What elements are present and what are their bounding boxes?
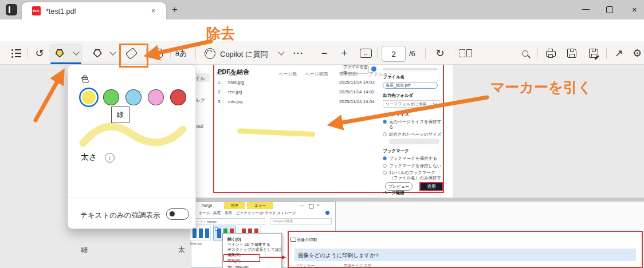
ribbon-tab: 表示 (225, 211, 232, 216)
search-document-icon[interactable] (517, 46, 532, 61)
color-swatch-pink[interactable] (148, 89, 164, 105)
cell: mix.jpg (228, 99, 242, 104)
dialog-field-label: 品質 (364, 263, 371, 268)
text-only-highlight-toggle[interactable] (166, 208, 189, 220)
cell: blue.jpg (228, 80, 244, 85)
bookmark-label: ブックマーク (383, 148, 443, 154)
address-bar-row: ← ↻ i ファイル C:/Users/ws/Desktop/test1.pdf… (0, 19, 644, 41)
highlighter-options-panel: 色 太さ i 細 太 (68, 65, 196, 229)
zoom-out-icon[interactable]: − (317, 46, 332, 61)
cell: 2025/11/14 14:02 (339, 89, 375, 94)
settings-gear-icon[interactable]: ⚙ (630, 46, 644, 61)
screenshot-gap (191, 198, 644, 202)
cell: 3 (218, 99, 220, 104)
window-close-button[interactable]: × (632, 5, 637, 14)
ribbon-tab: クラウド ストレージ (261, 211, 296, 216)
explorer-close-icon: × (317, 203, 319, 207)
pen-options-chevron-icon[interactable] (105, 46, 120, 61)
divider (377, 48, 378, 59)
annotation-eraser-highlight-box (119, 44, 148, 68)
tab-strip: PDF *test1.pdf × + — × (0, 0, 644, 19)
ribbon-tab: ホーム (199, 211, 210, 216)
table-of-contents-icon[interactable] (9, 46, 23, 61)
sidebar-fragment: ルグ (195, 97, 205, 104)
more-tools-icon[interactable]: ··· (291, 46, 306, 61)
save-icon[interactable] (564, 46, 579, 61)
active-tab[interactable]: PDF *test1.pdf × (22, 2, 166, 19)
color-swatch-green[interactable] (103, 89, 119, 105)
page-view-icon[interactable] (458, 46, 473, 61)
highlighter-options-chevron-icon[interactable] (69, 46, 84, 61)
read-aloud-icon[interactable]: aあ (174, 46, 189, 61)
color-swatch-red[interactable] (170, 89, 186, 105)
sidebar-fragment: イル (195, 75, 205, 82)
radio-option: 元のページサイズを保持する (383, 119, 443, 130)
truncated-row (383, 68, 438, 70)
new-tab-button[interactable]: + (172, 4, 178, 15)
window-minimize-button[interactable]: — (582, 5, 590, 13)
radio-option: 結合されたページのサイズ (383, 132, 443, 137)
print-icon[interactable] (543, 46, 558, 61)
divider (606, 48, 607, 59)
ribbon-tab: 共有 (213, 211, 221, 216)
apply-button: 適用 (419, 182, 443, 191)
explorer-minimize-icon: — (300, 203, 304, 207)
save-as-icon[interactable] (586, 46, 601, 61)
divider (28, 48, 28, 59)
panel-divider (68, 198, 196, 198)
cell: red.jpg (228, 89, 242, 94)
color-swatch-yellow[interactable] (81, 89, 97, 105)
text-only-highlight-label: テキストのみの強調表示 (80, 211, 160, 220)
page-total-label: /6 (409, 49, 415, 58)
explorer-search-box: mergeの検索 (270, 218, 332, 224)
dialog-question: 画像をどのように印刷しますか? (298, 252, 379, 259)
tab-title: *test1.pdf (46, 7, 76, 15)
dialog-printer-icon (290, 238, 296, 242)
disabled-input (389, 139, 439, 144)
stroke-preview-wave (77, 118, 187, 153)
copilot-ask-button[interactable]: Copilot に質問 (220, 49, 268, 60)
preview-button: プレビュー (385, 182, 413, 191)
divider (454, 48, 454, 59)
undo-icon[interactable]: ↺ (32, 46, 47, 61)
page-size-label: ページサイズ (383, 112, 443, 117)
radio-option: ブックマークを保持しない (383, 163, 443, 168)
color-swatch-blue[interactable] (125, 89, 142, 105)
dialog-title: 画像の印刷 (297, 237, 317, 243)
tab-close-icon[interactable]: × (151, 7, 155, 15)
divider (195, 48, 196, 59)
print-item-red-box (223, 254, 260, 262)
col-header: 変更時刻 (339, 71, 358, 77)
explorer-address-box: ←↑›merge (193, 218, 265, 224)
zoom-in-icon[interactable]: + (337, 46, 352, 61)
explorer-help-icon (325, 211, 329, 215)
tab-actions-icon[interactable] (6, 4, 17, 15)
cell: 1 (218, 80, 220, 85)
explorer-contextual-tab: 管理 (224, 202, 245, 209)
copilot-chevron-icon[interactable] (274, 46, 289, 61)
pen-tool-icon[interactable] (90, 46, 105, 61)
file-name-label: ファイル名 (383, 74, 443, 80)
expand-icon[interactable]: ↗ (611, 46, 626, 61)
divider (170, 48, 171, 59)
radio-option: ブックマークを保持する (383, 156, 443, 161)
highlighter-tool-icon[interactable] (52, 46, 67, 61)
output-folder-label: 出力先フォルダ (383, 93, 443, 98)
add-text-icon[interactable] (150, 46, 165, 61)
dialog-field-label: プリンター (296, 263, 315, 268)
col-header: ページ範囲 (305, 71, 328, 77)
fit-to-width-icon[interactable]: ↔ (358, 46, 373, 61)
page-number-input[interactable]: 2 (382, 46, 406, 62)
output-folder-select: ソースフォルダに保存 (383, 100, 440, 108)
explorer-contextual-tab: エラー (247, 202, 273, 209)
file-label: blue.jpg (190, 242, 202, 245)
active-tool-underline (50, 62, 81, 64)
menu-item: 右に回転(R) (227, 265, 249, 268)
copilot-toolbar-icon[interactable] (202, 46, 217, 61)
pdf-favicon-icon: PDF (32, 6, 41, 15)
explorer-maximize-icon (309, 204, 313, 208)
cell: 2 (218, 89, 220, 94)
col-header: ページ数 (278, 71, 297, 77)
window-maximize-button[interactable] (606, 6, 613, 13)
rotate-icon[interactable]: ↻ (433, 46, 447, 61)
